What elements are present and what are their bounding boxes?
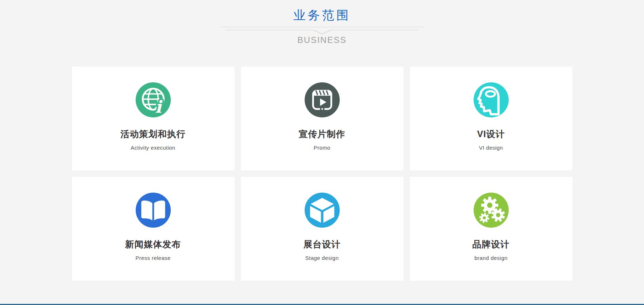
head-idea-icon [474,82,509,117]
service-title: 活动策划和执行 [72,128,234,140]
service-title: 新闻媒体发布 [72,238,234,250]
svg-text:i: i [155,97,163,117]
page-title: 业务范围 [294,9,351,22]
service-subtitle: brand design [410,255,572,261]
section-subtitle: BUSINESS [0,35,644,45]
cube-icon [305,193,340,228]
service-card-brand[interactable]: 品牌设计 brand design [410,177,572,281]
divider-top-line [220,27,424,27]
services-grid: i 活动策划和执行 Activity execution 宣传片制作 Promo [72,67,572,281]
service-card-vi[interactable]: VI设计 VI design [410,67,572,170]
chevron-down-icon [313,29,331,34]
service-card-activity[interactable]: i 活动策划和执行 Activity execution [72,67,234,170]
divider-bottom-line [226,29,419,34]
service-title: 宣传片制作 [241,128,403,140]
section-header: 业务范围 BUSINESS [0,0,644,45]
service-card-promo[interactable]: 宣传片制作 Promo [241,67,403,170]
divider [220,27,424,34]
gears-icon [474,193,509,228]
service-title: VI设计 [410,128,572,140]
service-subtitle: Activity execution [72,145,234,151]
service-card-stage[interactable]: 展台设计 Stage design [241,177,403,281]
service-card-press[interactable]: 新闻媒体发布 Press release [72,177,234,281]
globe-info-icon: i [136,82,171,117]
service-subtitle: VI design [410,145,572,151]
open-book-icon [136,193,171,228]
service-subtitle: Stage design [241,255,403,261]
service-subtitle: Press release [72,255,234,261]
service-subtitle: Promo [241,145,403,151]
service-title: 展台设计 [241,238,403,250]
service-title: 品牌设计 [410,238,572,250]
clapperboard-play-icon [305,82,340,117]
